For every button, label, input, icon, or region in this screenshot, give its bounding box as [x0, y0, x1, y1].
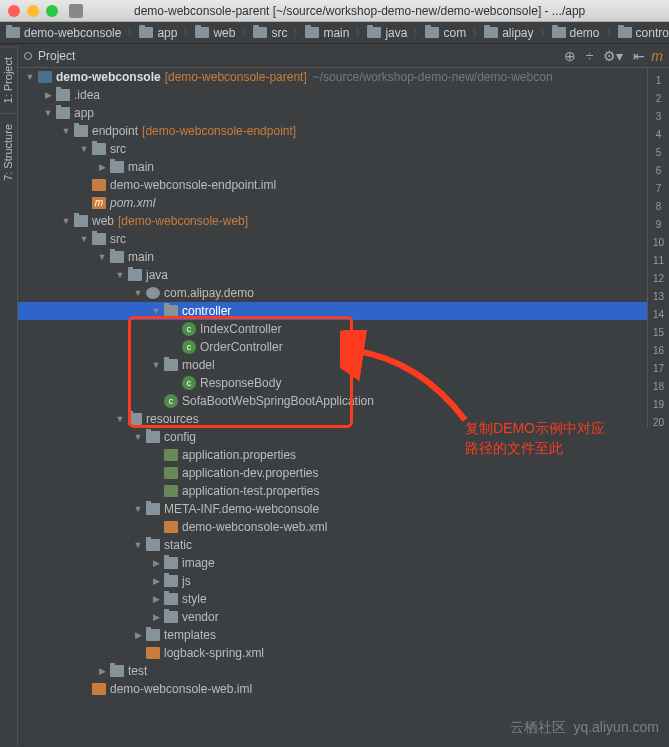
- tab-project[interactable]: 1: Project: [0, 46, 16, 113]
- tree-label: demo-webconsole-web.iml: [110, 682, 252, 696]
- tree-node[interactable]: java: [18, 266, 647, 284]
- expand-arrow[interactable]: [40, 108, 56, 118]
- line-number: 6: [648, 162, 669, 180]
- crumb-com[interactable]: 〉com: [409, 26, 468, 40]
- crumb-demo-webconsole[interactable]: demo-webconsole: [4, 26, 123, 40]
- tree-node[interactable]: vendor: [18, 608, 647, 626]
- expand-arrow[interactable]: [148, 360, 164, 370]
- tree-node[interactable]: .idea: [18, 86, 647, 104]
- locate-icon[interactable]: ÷: [586, 48, 594, 64]
- tree-node[interactable]: application-test.properties: [18, 482, 647, 500]
- minimize-icon[interactable]: [27, 5, 39, 17]
- tree-node[interactable]: js: [18, 572, 647, 590]
- crumb-web[interactable]: 〉web: [179, 26, 237, 40]
- tree-node[interactable]: cIndexController: [18, 320, 647, 338]
- crumb-alipay[interactable]: 〉alipay: [468, 26, 535, 40]
- line-number: 17: [648, 360, 669, 378]
- folder-icon: [110, 161, 124, 173]
- tree-node[interactable]: main: [18, 158, 647, 176]
- expand-arrow[interactable]: [58, 126, 74, 136]
- expand-arrow[interactable]: [130, 432, 146, 442]
- tree-node[interactable]: web [demo-webconsole-web]: [18, 212, 647, 230]
- folder-icon: [128, 269, 142, 281]
- tree-label: web: [92, 214, 114, 228]
- crumb-src[interactable]: 〉src: [237, 26, 289, 40]
- close-icon[interactable]: [8, 5, 20, 17]
- tree-node[interactable]: main: [18, 248, 647, 266]
- tree-node[interactable]: src: [18, 140, 647, 158]
- tree-label: config: [164, 430, 196, 444]
- hide-icon[interactable]: ⇤: [633, 48, 645, 64]
- tree-node[interactable]: controller: [18, 302, 647, 320]
- tree-node[interactable]: image: [18, 554, 647, 572]
- tree-node[interactable]: templates: [18, 626, 647, 644]
- tree-node[interactable]: cOrderController: [18, 338, 647, 356]
- tree-node[interactable]: static: [18, 536, 647, 554]
- crumb-demo[interactable]: 〉demo: [536, 26, 602, 40]
- tree-node[interactable]: demo-webconsole-web.xml: [18, 518, 647, 536]
- expand-arrow[interactable]: [130, 630, 146, 640]
- tree-label: image: [182, 556, 215, 570]
- expand-arrow[interactable]: [130, 540, 146, 550]
- tree-node[interactable]: demo-webconsole [demo-webconsole-parent]…: [18, 68, 647, 86]
- expand-arrow[interactable]: [76, 144, 92, 154]
- project-tree[interactable]: demo-webconsole [demo-webconsole-parent]…: [18, 68, 647, 747]
- folder-icon: [92, 143, 106, 155]
- tree-node[interactable]: demo-webconsole-endpoint.iml: [18, 176, 647, 194]
- tree-label: js: [182, 574, 191, 588]
- expand-arrow[interactable]: [22, 72, 38, 82]
- tree-node[interactable]: test: [18, 662, 647, 680]
- tree-node[interactable]: META-INF.demo-webconsole: [18, 500, 647, 518]
- tree-node[interactable]: style: [18, 590, 647, 608]
- tree-label: application-dev.properties: [182, 466, 319, 480]
- tree-node[interactable]: com.alipay.demo: [18, 284, 647, 302]
- expand-arrow[interactable]: [76, 234, 92, 244]
- tree-node[interactable]: resources: [18, 410, 647, 428]
- collapse-all-icon[interactable]: ⊕: [564, 48, 576, 64]
- crumb-java[interactable]: 〉java: [351, 26, 409, 40]
- module-bracket: [demo-webconsole-parent]: [165, 70, 307, 84]
- expand-arrow[interactable]: [112, 270, 128, 280]
- tree-label: demo-webconsole-web.xml: [182, 520, 327, 534]
- expand-arrow[interactable]: [130, 504, 146, 514]
- tree-node[interactable]: application.properties: [18, 446, 647, 464]
- expand-arrow[interactable]: [148, 594, 164, 604]
- tree-node[interactable]: src: [18, 230, 647, 248]
- scope-icon[interactable]: [24, 52, 32, 60]
- line-number: 5: [648, 144, 669, 162]
- expand-arrow[interactable]: [58, 216, 74, 226]
- crumb-main[interactable]: 〉main: [289, 26, 351, 40]
- expand-arrow[interactable]: [148, 612, 164, 622]
- expand-arrow[interactable]: [148, 576, 164, 586]
- tree-label: resources: [146, 412, 199, 426]
- tree-node[interactable]: mpom.xml: [18, 194, 647, 212]
- tree-node[interactable]: endpoint [demo-webconsole-endpoint]: [18, 122, 647, 140]
- tree-label: logback-spring.xml: [164, 646, 264, 660]
- line-number: 10: [648, 234, 669, 252]
- props-icon: [164, 449, 178, 461]
- expand-arrow[interactable]: [130, 288, 146, 298]
- expand-arrow[interactable]: [148, 306, 164, 316]
- expand-arrow[interactable]: [94, 162, 110, 172]
- tree-node[interactable]: cSofaBootWebSpringBootApplication: [18, 392, 647, 410]
- expand-arrow[interactable]: [94, 252, 110, 262]
- tree-node[interactable]: config: [18, 428, 647, 446]
- expand-arrow[interactable]: [40, 90, 56, 100]
- expand-arrow[interactable]: [112, 414, 128, 424]
- expand-arrow[interactable]: [94, 666, 110, 676]
- tree-node[interactable]: application-dev.properties: [18, 464, 647, 482]
- crumb-app[interactable]: 〉app: [123, 26, 179, 40]
- tree-node[interactable]: cResponseBody: [18, 374, 647, 392]
- settings-icon[interactable]: ⚙▾: [603, 48, 623, 64]
- folder-icon: [92, 233, 106, 245]
- tree-node[interactable]: model: [18, 356, 647, 374]
- tree-node[interactable]: demo-webconsole-web.iml: [18, 680, 647, 698]
- project-view-label[interactable]: Project: [38, 49, 564, 63]
- crumb-controlle[interactable]: 〉controlle: [602, 26, 669, 40]
- tree-node[interactable]: logback-spring.xml: [18, 644, 647, 662]
- line-number: 19: [648, 396, 669, 414]
- maximize-icon[interactable]: [46, 5, 58, 17]
- tab-structure[interactable]: 7: Structure: [0, 113, 16, 191]
- tree-node[interactable]: app: [18, 104, 647, 122]
- expand-arrow[interactable]: [148, 558, 164, 568]
